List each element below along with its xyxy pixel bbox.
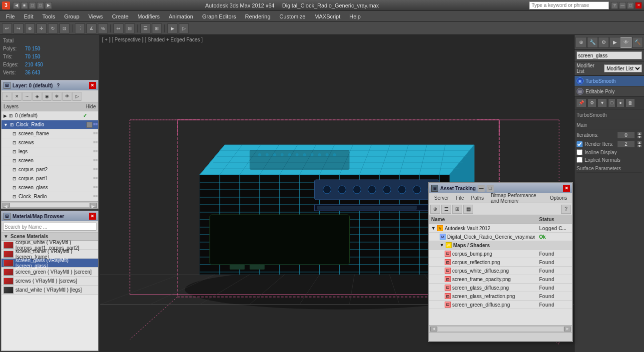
rp-icon-util[interactable]: 🔨: [632, 37, 643, 48]
win-btn-1[interactable]: ◀: [13, 2, 20, 9]
tb-align[interactable]: ⊟: [125, 23, 135, 33]
mod-list-dropdown[interactable]: Modifier List: [604, 64, 642, 72]
tb-quick-render[interactable]: ▷: [179, 23, 189, 33]
menu-help[interactable]: Help: [345, 12, 365, 20]
layer-scroll-right[interactable]: ►: [90, 203, 97, 208]
iterations-down[interactable]: ▼: [637, 135, 642, 139]
mod-pin-btn[interactable]: 📌: [576, 98, 587, 107]
at-tb-1[interactable]: ⊕: [430, 205, 440, 214]
at-hscrollbar[interactable]: ◄ ►: [429, 325, 572, 332]
tb-schematic[interactable]: ⊞: [152, 23, 162, 33]
at-row-corpusrefl[interactable]: 🖼 corpus_reflection.png Found: [429, 258, 572, 267]
mod-remove-btn[interactable]: 🗑: [626, 98, 635, 107]
win-btn-4[interactable]: □: [37, 2, 44, 9]
search-input[interactable]: [529, 1, 609, 9]
layer-item-screws[interactable]: ⊡ screws ≡≡: [1, 138, 98, 147]
at-tb-4[interactable]: ▦: [463, 205, 473, 214]
at-menu-paths[interactable]: Paths: [468, 194, 487, 202]
rp-icon-display[interactable]: 👁: [621, 37, 632, 48]
rp-icon-motion[interactable]: ▶: [610, 37, 621, 48]
at-row-sgdiff[interactable]: 🖼 screen_glass_diffuse.png Found: [429, 284, 572, 292]
at-scroll-right[interactable]: ►: [564, 327, 571, 332]
at-maximize-btn[interactable]: □: [487, 185, 494, 192]
tb-percent-snap[interactable]: %: [98, 23, 108, 33]
layer-tb-vis[interactable]: 👁: [62, 92, 71, 101]
isoline-checkbox[interactable]: [577, 149, 583, 155]
render-iters-checkbox[interactable]: [577, 141, 583, 147]
at-row-sfopacity[interactable]: 🖼 screen_frame_opacity.png Found: [429, 275, 572, 284]
object-name-input[interactable]: [577, 51, 642, 59]
render-iters-up[interactable]: ▲: [637, 141, 642, 144]
mat-item-stand-white[interactable]: stand_white ( VRayMtl ) [legs]: [1, 286, 98, 295]
at-tb-help[interactable]: ?: [561, 205, 571, 214]
layer-item-corpusp2[interactable]: ⊡ corpus_part2 ≡≡: [1, 165, 98, 174]
menu-tools[interactable]: Tools: [38, 12, 59, 20]
close-btn[interactable]: ✕: [635, 2, 642, 9]
mod-active-btn[interactable]: ●: [617, 98, 624, 107]
at-row-vault[interactable]: ▼ V Autodesk Vault 2012 Logged C...: [429, 224, 572, 233]
layer-tb-delete[interactable]: ✕: [12, 92, 21, 101]
help-btn[interactable]: ?: [611, 2, 618, 9]
at-minimize-btn[interactable]: —: [478, 185, 485, 192]
menu-create[interactable]: Create: [108, 12, 132, 20]
win-btn-2[interactable]: ■: [21, 2, 28, 9]
tb-move[interactable]: ✛: [36, 23, 46, 33]
mat-browser-close[interactable]: ✕: [89, 213, 96, 220]
tb-undo[interactable]: ↩: [2, 23, 12, 33]
win-btn-5[interactable]: ▶: [45, 2, 52, 9]
mod-show-end-btn[interactable]: ▼: [598, 98, 607, 107]
at-menu-server[interactable]: Server: [431, 194, 452, 202]
tb-redo[interactable]: ↪: [13, 23, 23, 33]
mod-config-btn[interactable]: ⚙: [588, 98, 597, 107]
menu-views[interactable]: Views: [84, 12, 107, 20]
explicit-normals-checkbox[interactable]: [577, 157, 583, 163]
render-iters-input[interactable]: [617, 140, 635, 148]
at-tb-2[interactable]: ☰: [441, 205, 451, 214]
menu-maxscript[interactable]: MAXScript: [310, 12, 344, 20]
layer-scroll-left[interactable]: ◄: [2, 203, 9, 208]
at-menu-options[interactable]: Options: [547, 194, 570, 202]
tb-angle-snap[interactable]: ∡: [86, 23, 96, 33]
mod-editablepoly[interactable]: ▤ Editable Poly: [575, 86, 644, 97]
mod-turbosmooth[interactable]: ▣ TurboSmooth: [575, 76, 644, 86]
layer-item-screen[interactable]: ⊡ screen ≡≡: [1, 156, 98, 165]
layer-item-default[interactable]: ▶ ⊞ 0 (default) ✓: [1, 111, 98, 120]
at-row-corpuswhite[interactable]: 🖼 corpus_white_diffuse.png Found: [429, 267, 572, 275]
at-menu-bitmap[interactable]: Bitmap Performance and Memory: [488, 192, 546, 205]
win-btn-3[interactable]: □: [29, 2, 36, 9]
rp-icon-modify[interactable]: 🔧: [587, 37, 598, 48]
layer-scrollbar[interactable]: ◄ ►: [1, 201, 98, 208]
layer-item-legs[interactable]: ⊡ legs ≡≡: [1, 147, 98, 156]
mat-item-screen-green[interactable]: screen_green ( VRayMtl ) [screen]: [1, 268, 98, 277]
menu-rendering[interactable]: Rendering: [241, 12, 275, 20]
tb-render[interactable]: ▶: [167, 23, 177, 33]
layer-tb-freeze[interactable]: ❄: [52, 92, 61, 101]
tb-snap[interactable]: ⋮: [75, 23, 85, 33]
menu-file[interactable]: File: [2, 12, 19, 20]
layer-item-screenframe[interactable]: ⊡ screen_frame ≡≡: [1, 129, 98, 138]
at-close-btn[interactable]: ✕: [563, 185, 570, 192]
at-file-list[interactable]: ▼ V Autodesk Vault 2012 Logged C... M Di…: [429, 224, 572, 325]
menu-animation[interactable]: Animation: [165, 12, 197, 20]
at-row-mapsdir[interactable]: ▼ 📁 Maps / Shaders: [429, 241, 572, 250]
at-menu-file[interactable]: File: [453, 194, 467, 202]
tb-mirror[interactable]: ⇔: [113, 23, 123, 33]
mod-show-result-btn[interactable]: □: [608, 98, 616, 107]
at-row-corpusbump[interactable]: 🖼 corpus_bump.png Found: [429, 250, 572, 258]
menu-modifiers[interactable]: Modifiers: [133, 12, 164, 20]
iterations-up[interactable]: ▲: [637, 132, 642, 135]
rp-icon-create[interactable]: ⊕: [576, 37, 587, 48]
tb-layer[interactable]: ☰: [140, 23, 150, 33]
mat-item-screws[interactable]: screws ( VRayMtl ) [screws]: [1, 277, 98, 286]
at-row-sgrdiff[interactable]: 🖼 screen_green_diffuse.png Found: [429, 301, 572, 309]
layer-tb-find[interactable]: ◉: [42, 92, 51, 101]
menu-graph-editors[interactable]: Graph Editors: [198, 12, 240, 20]
layer-tb-new[interactable]: +: [2, 92, 11, 101]
iterations-input[interactable]: [617, 131, 635, 139]
menu-customize[interactable]: Customize: [275, 12, 309, 20]
at-tb-3[interactable]: ⊞: [452, 205, 462, 214]
layer-item-clockradio2[interactable]: ⊡ Clock_Radio ≡≡: [1, 192, 98, 201]
tb-scale[interactable]: ⊡: [59, 23, 69, 33]
layer-tb-add[interactable]: →: [22, 92, 31, 101]
mat-item-screen-glass[interactable]: screen_glass (VRayMtl) [screen_glass]: [1, 259, 98, 268]
